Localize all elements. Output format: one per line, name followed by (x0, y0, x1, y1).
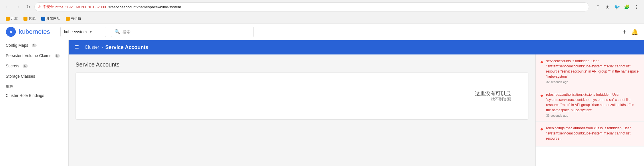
main-body: Config Maps N Persistent Volume Claims N… (0, 40, 644, 166)
page-title: Service Accounts (76, 61, 528, 68)
notification-item-3: ● rolebindings.rbac.authorization.k8s.io… (536, 122, 644, 147)
sidebar-label-configmaps: Config Maps (6, 43, 28, 48)
notif-time-1: 32 seconds ago (546, 80, 639, 84)
hamburger-menu[interactable]: ☰ (74, 44, 79, 50)
k8s-logo-icon: ⎈ (6, 27, 16, 37)
bookmark-icon-4 (66, 17, 70, 21)
breadcrumb-current: Service Accounts (105, 44, 148, 50)
extension-button-2[interactable]: 🧩 (623, 3, 631, 11)
bookmark-kaifawangzhi[interactable]: 开发网址 (39, 15, 62, 22)
error-icon-1: ● (540, 59, 543, 84)
breadcrumb-separator: › (102, 45, 103, 50)
bookmarks-bar: 开发 其他 开发网址 有价值 (0, 14, 644, 24)
notif-time-2: 33 seconds ago (546, 114, 639, 117)
breadcrumb: Cluster › Service Accounts (85, 44, 148, 50)
back-button[interactable]: ← (3, 3, 11, 11)
forward-button[interactable]: → (14, 3, 22, 11)
error-icon-3: ● (540, 126, 543, 142)
main-content: Service Accounts 这里没有可以显 找不到资源 (69, 54, 535, 166)
top-nav-right: + 🔔 (623, 28, 638, 36)
sidebar-label-secrets: Secrets (6, 64, 19, 68)
extension-button-1[interactable]: 🐦 (613, 3, 621, 11)
k8s-logo-text: kubernetes (19, 28, 50, 36)
k8s-logo: ⎈ kubernetes (6, 27, 50, 37)
notif-content-1: serviceaccounts is forbidden: User "syst… (546, 58, 639, 84)
empty-state-sub: 找不到资源 (93, 97, 511, 102)
breadcrumb-cluster[interactable]: Cluster (85, 45, 99, 50)
notif-text-3: rolebindings.rbac.authorization.k8s.io i… (546, 126, 639, 141)
notif-content-2: roles.rbac.authorization.k8s.io is forbi… (546, 92, 639, 117)
notification-panel: ● serviceaccounts is forbidden: User "sy… (535, 54, 644, 166)
content-row: Service Accounts 这里没有可以显 找不到资源 ● (69, 54, 644, 166)
security-warning-icon: ⚠ 不安全 (38, 4, 54, 9)
notif-text-2: roles.rbac.authorization.k8s.io is forbi… (546, 92, 639, 113)
empty-state: 这里没有可以显 找不到资源 (87, 84, 517, 108)
browser-chrome: ← → ↻ ⚠ 不安全 https://192.168.200.101:3200… (0, 0, 644, 24)
page-content: Service Accounts 这里没有可以显 找不到资源 (69, 54, 535, 126)
browser-toolbar: ← → ↻ ⚠ 不安全 https://192.168.200.101:3200… (0, 0, 644, 14)
bookmark-youjiazhi[interactable]: 有价值 (64, 15, 84, 22)
error-icon-2: ● (540, 93, 543, 117)
empty-state-text: 这里没有可以显 (93, 90, 511, 97)
notif-content-3: rolebindings.rbac.authorization.k8s.io i… (546, 126, 639, 142)
sidebar-section-cluster: 集群 (0, 81, 68, 90)
search-input[interactable] (122, 30, 250, 34)
sidebar-label-crb: Cluster Role Bindings (6, 93, 44, 98)
sidebar-item-clusterrolebindings[interactable]: Cluster Role Bindings (0, 90, 68, 101)
address-bar[interactable]: ⚠ 不安全 https://192.168.200.101:32000 /#/s… (34, 2, 589, 11)
sidebar-badge-configmaps: N (32, 44, 37, 47)
sidebar-badge-secrets: N (23, 64, 27, 68)
bookmark-kaifa[interactable]: 开发 (3, 15, 20, 22)
bookmark-button[interactable]: ★ (603, 3, 611, 11)
bookmark-icon-3 (41, 17, 45, 21)
bookmark-qita[interactable]: 其他 (21, 15, 38, 22)
search-bar[interactable]: 🔍 (111, 27, 254, 37)
sidebar-label-pvc: Persistent Volume Claims (6, 53, 51, 58)
sidebar: Config Maps N Persistent Volume Claims N… (0, 40, 69, 166)
svg-text:⎈: ⎈ (9, 29, 13, 34)
sidebar-item-configmaps[interactable]: Config Maps N (0, 40, 68, 50)
share-button[interactable]: ⤴ (594, 3, 602, 11)
notification-item-1: ● serviceaccounts is forbidden: User "sy… (536, 54, 644, 88)
url-path: /#/serviceaccount?namespace=kube-system (108, 5, 181, 9)
bookmark-icon-2 (23, 17, 27, 21)
bookmark-icon-1 (6, 17, 10, 21)
more-button[interactable]: ⋮ (633, 3, 641, 11)
notification-item-2: ● roles.rbac.authorization.k8s.io is for… (536, 88, 644, 122)
sidebar-item-secrets[interactable]: Secrets N (0, 61, 68, 71)
sidebar-label-storageclasses: Storage Classes (6, 74, 35, 79)
reload-button[interactable]: ↻ (24, 3, 32, 11)
chevron-down-icon: ▼ (89, 30, 92, 34)
right-panel: ☰ Cluster › Service Accounts Service Acc… (69, 40, 644, 166)
top-nav: ⎈ kubernetes kube-system ▼ 🔍 + 🔔 (0, 24, 644, 40)
add-button[interactable]: + (623, 28, 627, 36)
app-container: ⎈ kubernetes kube-system ▼ 🔍 + 🔔 Config … (0, 24, 644, 166)
notification-bell[interactable]: 🔔 (631, 28, 638, 35)
sidebar-badge-pvc: N (55, 54, 60, 58)
notif-text-1: serviceaccounts is forbidden: User "syst… (546, 58, 639, 79)
content-panel: 这里没有可以显 找不到资源 (76, 73, 528, 120)
sidebar-item-storageclasses[interactable]: Storage Classes (0, 71, 68, 81)
namespace-value: kube-system (64, 30, 87, 34)
search-icon: 🔍 (114, 29, 120, 34)
browser-actions: ⤴ ★ 🐦 🧩 ⋮ (594, 3, 641, 11)
url-colored: https://192.168.200.101:32000 (56, 5, 106, 9)
namespace-selector[interactable]: kube-system ▼ (60, 27, 106, 37)
sidebar-item-pvc[interactable]: Persistent Volume Claims N (0, 50, 68, 61)
page-header-bar: ☰ Cluster › Service Accounts (69, 40, 644, 54)
